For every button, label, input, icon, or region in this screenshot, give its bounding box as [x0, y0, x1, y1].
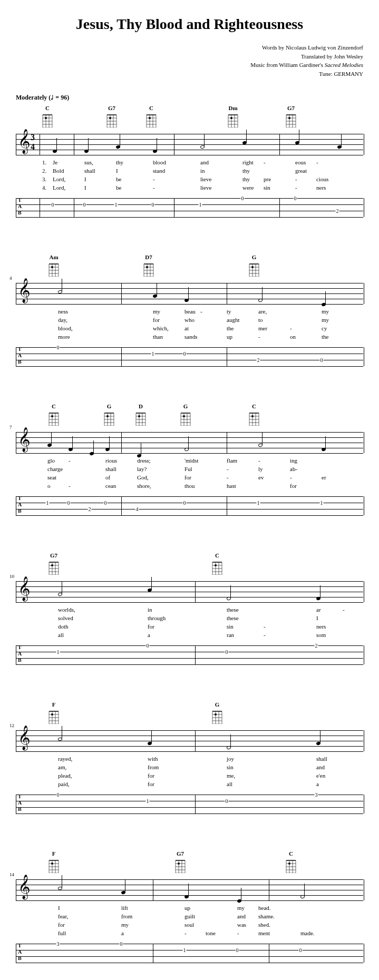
lyric-line: 1.Jesus,thybloodandright-eous- [16, 159, 363, 168]
lyric-syllable: plead, [58, 772, 72, 779]
lyric-syllable: - [184, 930, 187, 936]
chord-name: C [45, 105, 50, 111]
tab-fret-number: 0 [294, 195, 297, 201]
tab-label: TAB [18, 197, 22, 216]
lyric-syllable: Lord, [53, 176, 65, 182]
tab-staff: TAB01020 [16, 347, 363, 366]
music-staff: 10𝄞 [16, 581, 363, 602]
chord-name: C [149, 105, 153, 111]
svg-point-169 [215, 713, 217, 716]
lyric-syllable: paid, [58, 781, 70, 787]
tempo-marking: Moderately (♩ = 96) [16, 94, 363, 102]
lyric-line: rayed,withjoyshall [16, 756, 363, 764]
chord-name: G [183, 403, 188, 409]
lyric-syllable: - [227, 474, 229, 481]
svg-point-199 [288, 863, 290, 865]
chord-row: CG7CDmG7 [16, 105, 363, 131]
lyric-syllable: in [148, 606, 152, 613]
lyric-syllable: the [322, 334, 328, 340]
lyric-syllable: - [264, 159, 266, 165]
page-title: Jesus, Thy Blood and Righteousness [16, 16, 363, 33]
lyric-syllable: from [148, 764, 159, 770]
lyric-syllable: are, [258, 308, 267, 315]
lyric-syllable: were [242, 184, 254, 191]
tab-fret-number: 1 [151, 351, 155, 357]
chord-row: G7C [16, 552, 363, 579]
lyric-syllable: solved [58, 615, 73, 621]
chord-name: F [52, 701, 56, 708]
lyric-syllable: - [290, 474, 292, 481]
lyric-syllable: these [227, 615, 239, 621]
lyric-syllable: the [227, 325, 234, 331]
lyric-syllable: ing [290, 457, 297, 464]
chord-name: G7 [287, 105, 295, 111]
chord-symbol: G7 [105, 105, 118, 128]
chord-symbol: G [211, 701, 223, 724]
lyric-line: 2.BoldshallIstandinthygreat [16, 168, 363, 176]
lyric-syllable: blood, [58, 325, 73, 331]
lyric-syllable: shed. [258, 922, 270, 928]
lyric-syllable: Je [53, 159, 57, 165]
measure-number: 10 [9, 574, 14, 579]
lyric-syllable: for [58, 922, 65, 928]
svg-point-39 [230, 117, 232, 119]
lyric-syllable: I [116, 168, 118, 174]
chord-name: G [215, 701, 220, 708]
tab-fret-number: 0 [56, 792, 60, 798]
tab-fret-number: 0 [51, 202, 55, 208]
lyric-syllable: - [69, 483, 71, 489]
lyrics-block: nessmybeau-tyare,myday,forwhoaughttomybl… [16, 308, 363, 342]
chord-name: C [289, 850, 293, 857]
lyric-syllable: my [153, 308, 160, 315]
lyric-syllable: for [148, 623, 154, 630]
chord-diagram [285, 113, 297, 128]
lyrics-block: Iliftupmyhead.fear,fromguiltandshame.for… [16, 905, 363, 938]
tab-fret-number: 4 [135, 506, 139, 512]
tab-fret-number: 2 [88, 506, 92, 512]
lyric-syllable: charge [47, 466, 63, 472]
tab-fret-number: 0 [299, 947, 303, 953]
lyric-syllable: sus, [84, 159, 93, 165]
lyric-syllable: these [227, 606, 239, 613]
lyric-line: fulla-tone-mentmade. [16, 930, 363, 938]
svg-point-139 [51, 564, 53, 566]
svg-point-129 [251, 415, 254, 417]
svg-point-69 [146, 266, 148, 268]
lyric-line: glo-riousdress;'midstflam-ing [16, 457, 363, 466]
credits-words: Words by Nicolaus Ludwig von Zinzendorf [16, 43, 363, 52]
lyric-syllable: doth [58, 623, 69, 630]
music-system: AmD7G4𝄞nessmybeau-tyare,myday,forwhoaugh… [16, 254, 363, 366]
tab-fret-number: 0 [225, 798, 229, 804]
lyric-syllable: lieve [200, 176, 211, 182]
chord-name: G [107, 403, 112, 409]
lyric-line: fear,fromguiltandshame. [16, 913, 363, 922]
lyric-syllable: ment [258, 930, 270, 936]
svg-point-159 [51, 713, 53, 716]
chord-symbol: Am [47, 254, 60, 277]
lyric-syllable: ab- [290, 466, 297, 472]
lyric-syllable: e'en [316, 772, 325, 779]
lyric-syllable: - [295, 184, 297, 191]
lyric-syllable: more [58, 334, 70, 340]
svg-point-179 [51, 863, 53, 865]
treble-clef-icon: 𝄞 [18, 727, 31, 748]
lyric-syllable: God, [137, 474, 149, 481]
chord-diagram [211, 709, 223, 724]
tab-fret-number: 0 [183, 500, 187, 506]
lyric-syllable: shall [316, 756, 327, 762]
chord-diagram [211, 560, 223, 575]
tab-staff: TAB10204011 [16, 496, 363, 515]
lyric-syllable: shall [105, 466, 116, 472]
lyric-syllable: for [184, 474, 191, 481]
lyric-syllable: ran [227, 632, 234, 638]
credits-music: Music from William Gardiner's Sacred Mel… [16, 61, 363, 70]
chord-diagram [179, 411, 192, 426]
lyric-syllable: joy [227, 756, 234, 762]
lyric-syllable: and [316, 764, 325, 770]
lyric-syllable: fear, [58, 913, 68, 919]
svg-point-99 [106, 415, 109, 417]
chord-name: Dm [228, 105, 237, 111]
lyric-syllable: soul [184, 922, 194, 928]
lyric-line: plead,forme,e'en [16, 772, 363, 781]
lyric-syllable: som [316, 632, 326, 638]
